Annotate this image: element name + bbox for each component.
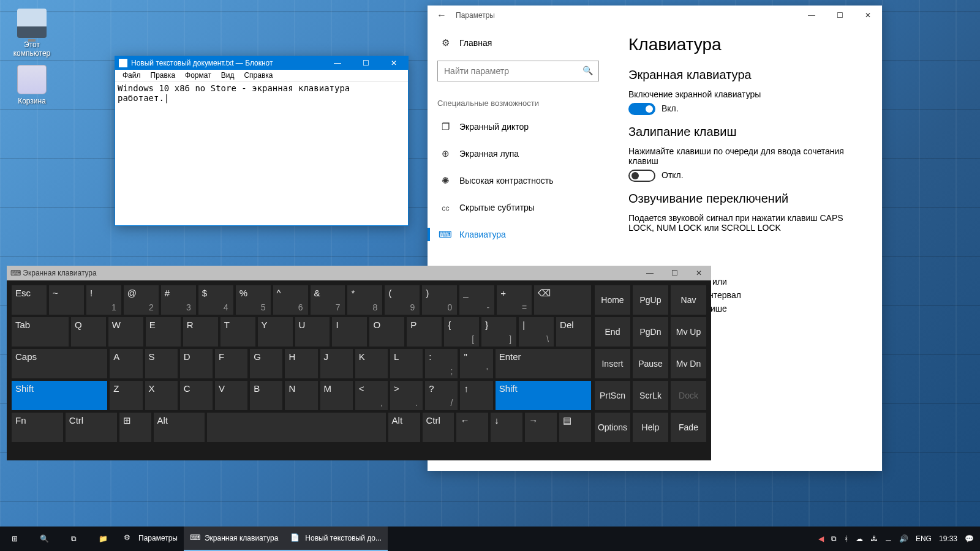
osk-side-key[interactable]: Mv Dn	[671, 349, 706, 378]
osk-key[interactable]: ←	[456, 413, 488, 442]
settings-titlebar[interactable]: ← Параметры — ☐ ✕	[428, 6, 882, 25]
osk-side-key[interactable]: End	[595, 317, 630, 347]
taskbar-task-osk[interactable]: ⌨Экранная клавиатура	[184, 527, 284, 551]
explorer-button[interactable]: 📁	[88, 527, 118, 551]
osk-key[interactable]: G	[250, 349, 282, 378]
osk-key[interactable]: )0	[422, 285, 457, 315]
notepad-window[interactable]: Новый текстовый документ.txt — Блокнот —…	[115, 56, 409, 226]
osk-key[interactable]: "'	[460, 349, 492, 378]
osk-key[interactable]: Alt	[388, 413, 420, 442]
osk-key[interactable]: &7	[311, 285, 345, 315]
osk-key[interactable]: |\	[519, 317, 554, 347]
osk-key[interactable]: ▤	[559, 413, 591, 442]
osk-key[interactable]: #3	[161, 285, 196, 315]
tray-network-icon[interactable]: 🖧	[870, 534, 878, 543]
menu-edit[interactable]: Правка	[146, 70, 181, 81]
osk-key[interactable]: $4	[198, 285, 233, 315]
osk-key[interactable]: }]	[481, 317, 516, 347]
osk-key[interactable]: Ctrl	[423, 413, 454, 442]
tray-clock[interactable]: 19:33	[939, 534, 957, 543]
osk-key[interactable]: @2	[124, 285, 159, 315]
osk-key[interactable]: Shift	[12, 381, 107, 410]
osk-side-key[interactable]: Dock	[671, 381, 706, 410]
osk-key[interactable]: Q	[71, 317, 106, 347]
osk-key[interactable]: M	[320, 381, 353, 410]
nav-magnifier[interactable]: ⊕Экранная лупа	[437, 142, 599, 165]
settings-search[interactable]: 🔍	[437, 61, 599, 81]
osk-side-key[interactable]: Help	[633, 413, 668, 442]
osk-key[interactable]: ~	[49, 285, 84, 315]
osk-key[interactable]: {[	[444, 317, 479, 347]
desktop-icon-recycle-bin[interactable]: Корзина	[9, 65, 55, 105]
search-input[interactable]	[437, 61, 599, 81]
osk-key[interactable]: B	[250, 381, 282, 410]
osk-side-key[interactable]: PgDn	[633, 317, 668, 347]
osk-titlebar[interactable]: ⌨ Экранная клавиатура — ☐ ✕	[7, 266, 711, 280]
osk-key[interactable]: !1	[86, 285, 121, 315]
tray-notifications-icon[interactable]: 💬	[965, 534, 974, 543]
osk-side-key[interactable]: Nav	[671, 285, 706, 315]
nav-home[interactable]: ⚙ Главная	[437, 32, 599, 53]
menu-help[interactable]: Справка	[239, 70, 277, 81]
osk-key[interactable]: P	[407, 317, 442, 347]
osk-key[interactable]: N	[285, 381, 317, 410]
close-button[interactable]: ✕	[380, 56, 408, 70]
osk-key[interactable]: _-	[459, 285, 494, 315]
search-button[interactable]: 🔍	[29, 527, 59, 551]
osk-side-key[interactable]: Insert	[595, 349, 630, 378]
osk-key[interactable]: S	[145, 349, 178, 378]
osk-key[interactable]: ^6	[273, 285, 308, 315]
osk-key[interactable]: Tab	[12, 317, 69, 347]
osk-window[interactable]: ⌨ Экранная клавиатура — ☐ ✕ Esc~!1@2#3$4…	[7, 266, 711, 460]
nav-captions[interactable]: ㏄Скрытые субтитры	[437, 196, 599, 219]
osk-key[interactable]: <,	[355, 381, 388, 410]
osk-key[interactable]: J	[320, 349, 353, 378]
tray-volume-icon[interactable]: 🔊	[899, 534, 908, 543]
osk-key[interactable]: H	[285, 349, 317, 378]
taskbar-task-notepad[interactable]: 📄Новый текстовый до...	[284, 527, 388, 551]
maximize-button[interactable]: ☐	[662, 269, 687, 277]
close-button[interactable]: ✕	[687, 269, 711, 277]
osk-side-key[interactable]: Mv Up	[671, 317, 706, 347]
osk-key[interactable]: R	[183, 317, 218, 347]
osk-key[interactable]: ↓	[491, 413, 522, 442]
maximize-button[interactable]: ☐	[352, 56, 380, 70]
osk-key[interactable]: ?/	[425, 381, 458, 410]
osk-key[interactable]: A	[110, 349, 142, 378]
osk-key[interactable]: Shift	[496, 381, 591, 410]
toggle-sticky[interactable]	[628, 170, 655, 182]
osk-key[interactable]: Enter	[496, 349, 591, 378]
osk-key[interactable]: Esc	[12, 285, 47, 315]
maximize-button[interactable]: ☐	[826, 6, 854, 25]
osk-key[interactable]: +=	[497, 285, 532, 315]
osk-side-key[interactable]: PrtScn	[595, 381, 630, 410]
menu-view[interactable]: Вид	[216, 70, 239, 81]
osk-key[interactable]: O	[369, 317, 404, 347]
osk-key[interactable]: D	[180, 349, 213, 378]
osk-side-key[interactable]: Home	[595, 285, 630, 315]
start-button[interactable]: ⊞	[0, 527, 29, 551]
minimize-button[interactable]: —	[323, 56, 352, 70]
osk-key[interactable]: Alt	[154, 413, 205, 442]
desktop-icon-this-pc[interactable]: Этот компьютер	[9, 9, 55, 58]
osk-key[interactable]: T	[221, 317, 255, 347]
osk-key[interactable]	[207, 413, 385, 442]
osk-key[interactable]: ↑	[460, 381, 492, 410]
osk-key[interactable]: Fn	[12, 413, 63, 442]
tray-wifi-icon[interactable]: ⚊	[885, 534, 892, 543]
task-view-button[interactable]: ⧉	[59, 527, 88, 551]
osk-key[interactable]: I	[332, 317, 367, 347]
osk-key[interactable]: F	[215, 349, 247, 378]
osk-side-key[interactable]: ScrLk	[633, 381, 668, 410]
close-button[interactable]: ✕	[854, 6, 882, 25]
osk-key[interactable]: L	[390, 349, 423, 378]
osk-key[interactable]: (9	[385, 285, 420, 315]
osk-key[interactable]: Ctrl	[66, 413, 117, 442]
osk-key[interactable]: :;	[425, 349, 458, 378]
osk-key[interactable]: V	[215, 381, 247, 410]
osk-key[interactable]: >.	[390, 381, 423, 410]
tray-chevron-icon[interactable]: ◀	[818, 534, 824, 543]
osk-key[interactable]: W	[108, 317, 143, 347]
osk-key[interactable]: *8	[347, 285, 382, 315]
nav-keyboard[interactable]: ⌨Клавиатура	[437, 223, 599, 246]
